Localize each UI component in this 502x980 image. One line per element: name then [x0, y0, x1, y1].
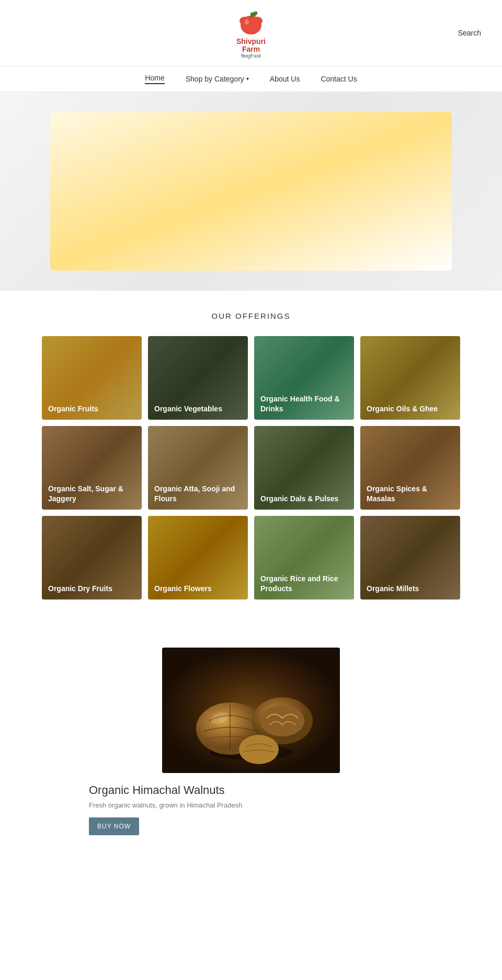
category-card-dals[interactable]: Organic Dals & Pulses — [254, 426, 354, 510]
category-card-oils-ghee[interactable]: Organic Oils & Ghee — [360, 336, 460, 420]
category-label-flowers: Organic Flowers — [148, 516, 248, 599]
category-label-oils-ghee: Organic Oils & Ghee — [360, 336, 460, 420]
offerings-section: OUR OFFERINGS Organic Fruits Organic Veg… — [0, 291, 502, 627]
featured-product-section: Organic Himachal Walnuts Fresh organic w… — [0, 627, 502, 856]
category-label-rice: Organic Rice and Rice Products — [254, 516, 354, 599]
category-card-salt-sugar[interactable]: Organic Salt, Sugar & Jaggery — [42, 426, 142, 510]
category-label-salt-sugar: Organic Salt, Sugar & Jaggery — [42, 426, 142, 510]
category-card-atta[interactable]: Organic Atta, Sooji and Flours — [148, 426, 248, 510]
category-label-dals: Organic Dals & Pulses — [254, 426, 354, 510]
category-label-spices: Organic Spices & Masalas — [360, 426, 460, 510]
site-header: Search ShivpuriFarm शिवपुरी फार्म — [0, 0, 502, 66]
category-label-atta: Organic Atta, Sooji and Flours — [148, 426, 248, 510]
product-image — [162, 648, 340, 773]
chevron-down-icon: ▾ — [246, 76, 249, 82]
category-card-rice[interactable]: Organic Rice and Rice Products — [254, 516, 354, 599]
search-link[interactable]: Search — [458, 29, 481, 37]
svg-point-5 — [245, 19, 249, 25]
logo-icon — [235, 6, 267, 38]
nav-home[interactable]: Home — [145, 74, 164, 84]
category-label-millets: Organic Millets — [360, 516, 460, 599]
category-label-health-drinks: Organic Health Food & Drinks — [254, 336, 354, 420]
category-card-spices[interactable]: Organic Spices & Masalas — [360, 426, 460, 510]
svg-point-2 — [252, 17, 263, 25]
product-title: Organic Himachal Walnuts — [89, 783, 434, 797]
category-card-flowers[interactable]: Organic Flowers — [148, 516, 248, 599]
product-description: Fresh organic walnuts, grown in Himachal… — [89, 801, 434, 809]
nav-about[interactable]: About Us — [270, 74, 300, 84]
hero-banner — [0, 92, 502, 291]
site-logo[interactable]: ShivpuriFarm शिवपुरी फार्म — [235, 6, 267, 60]
category-grid-row3: Organic Dry Fruits Organic Flowers Organ… — [42, 516, 460, 599]
category-card-vegetables[interactable]: Organic Vegetables — [148, 336, 248, 420]
category-card-health-drinks[interactable]: Organic Health Food & Drinks — [254, 336, 354, 420]
buy-now-button[interactable]: BUY NOW — [89, 817, 139, 835]
walnut-illustration — [162, 648, 340, 773]
category-card-fruits[interactable]: Organic Fruits — [42, 336, 142, 420]
logo-brand-name: ShivpuriFarm — [236, 38, 266, 54]
category-grid-row2: Organic Salt, Sugar & Jaggery Organic At… — [42, 426, 460, 510]
nav-contact[interactable]: Contact Us — [321, 74, 357, 84]
nav-shop-category[interactable]: Shop by Category ▾ — [186, 74, 249, 84]
logo-sub-text: शिवपुरी फार्म — [241, 54, 261, 60]
category-grid-row1: Organic Fruits Organic Vegetables Organi… — [42, 336, 460, 420]
category-label-vegetables: Organic Vegetables — [148, 336, 248, 420]
product-info: Organic Himachal Walnuts Fresh organic w… — [68, 783, 434, 835]
category-label-fruits: Organic Fruits — [42, 336, 142, 420]
category-card-dry-fruits[interactable]: Organic Dry Fruits — [42, 516, 142, 599]
main-nav: Home Shop by Category ▾ About Us Contact… — [0, 66, 502, 92]
offerings-title: OUR OFFERINGS — [42, 312, 460, 320]
category-card-millets[interactable]: Organic Millets — [360, 516, 460, 599]
svg-point-10 — [260, 705, 304, 736]
svg-point-11 — [239, 735, 279, 764]
category-label-dry-fruits: Organic Dry Fruits — [42, 516, 142, 599]
